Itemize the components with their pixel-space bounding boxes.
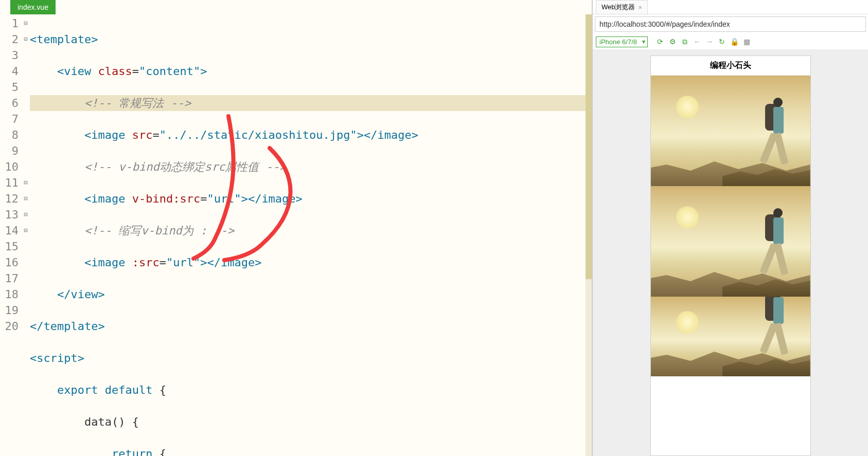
code-token: src bbox=[125, 129, 152, 141]
refresh-icon[interactable]: ↻ bbox=[717, 37, 727, 47]
line-number: 8 bbox=[0, 127, 21, 143]
line-number: 20 bbox=[0, 318, 21, 334]
code-token: { bbox=[152, 447, 166, 456]
preview-image bbox=[651, 186, 810, 297]
code-token: "url" bbox=[166, 256, 200, 269]
code-token: <image bbox=[84, 129, 125, 141]
fold-marker-icon[interactable]: ⊟ bbox=[23, 15, 29, 31]
code-token: <image bbox=[84, 256, 125, 269]
editor-tab-active[interactable]: index.vue bbox=[10, 0, 56, 14]
back-icon[interactable]: ← bbox=[692, 37, 702, 47]
fold-marker-icon[interactable]: ⊟ bbox=[23, 175, 29, 191]
code-token: ></image> bbox=[241, 192, 303, 205]
fold-marker-icon[interactable]: ⊟ bbox=[23, 31, 29, 47]
code-token: <view bbox=[57, 65, 91, 78]
line-number: 12 bbox=[0, 191, 21, 207]
line-number: 13 bbox=[0, 207, 21, 223]
line-gutter: 1 2 3 4 5 6 7 8 9 10 11 12 13 14 15 16 1… bbox=[0, 14, 23, 456]
code-token: <image bbox=[84, 192, 125, 205]
lock-icon[interactable]: 🔒 bbox=[729, 37, 739, 47]
code-token: v-bind:src bbox=[125, 192, 200, 205]
code-token: <script> bbox=[30, 352, 84, 364]
close-icon[interactable]: × bbox=[639, 4, 643, 11]
line-number: 18 bbox=[0, 286, 21, 302]
code-token: "../../static/xiaoshitou.jpg" bbox=[160, 129, 357, 141]
code-token: </view> bbox=[57, 288, 105, 301]
line-number: 16 bbox=[0, 254, 21, 270]
line-number: 5 bbox=[0, 79, 21, 95]
preview-tab-label: Web浏览器 bbox=[601, 3, 635, 12]
preview-image bbox=[651, 76, 810, 186]
editor-pane: index.vue 1 2 3 4 5 6 7 8 9 10 11 12 13 … bbox=[0, 0, 592, 456]
code-token: > bbox=[200, 65, 207, 78]
code-token: export bbox=[57, 384, 98, 396]
fold-column: ⊟ ⊟ ⊟ ⊟ ⊟ ⊟ bbox=[23, 14, 29, 456]
code-token: </template> bbox=[30, 320, 105, 333]
code-token: = bbox=[132, 65, 139, 78]
code-token: { bbox=[125, 415, 139, 428]
line-number: 9 bbox=[0, 143, 21, 159]
code-token: <!-- 缩写v-bind为 : --> bbox=[84, 224, 234, 237]
preview-tab[interactable]: Web浏览器 × bbox=[596, 0, 648, 14]
code-token: ></image> bbox=[200, 256, 261, 269]
code-token: = bbox=[152, 129, 159, 141]
line-number: 19 bbox=[0, 302, 21, 318]
code-token: <!-- 常规写法 --> bbox=[84, 97, 191, 110]
code-token: = bbox=[200, 192, 207, 205]
scrollbar-thumb[interactable] bbox=[586, 14, 592, 279]
code-token: return bbox=[112, 447, 152, 456]
preview-toolbar: iPhone 6/7/8 ⟳ ⚙ ⧉ ← → ↻ 🔒 ▦ bbox=[593, 34, 868, 49]
editor-tab-bar: index.vue bbox=[0, 0, 592, 14]
line-number: 1 bbox=[0, 15, 21, 31]
device-frame: 编程小石头 bbox=[650, 56, 811, 456]
line-number: 4 bbox=[0, 63, 21, 79]
preview-viewport: 编程小石头 bbox=[593, 49, 868, 456]
line-number: 15 bbox=[0, 239, 21, 254]
settings-icon[interactable]: ⚙ bbox=[667, 37, 678, 47]
line-number: 10 bbox=[0, 159, 21, 175]
code-editor[interactable]: 1 2 3 4 5 6 7 8 9 10 11 12 13 14 15 16 1… bbox=[0, 14, 592, 456]
code-token: "content" bbox=[139, 65, 200, 78]
preview-tab-bar: Web浏览器 × bbox=[593, 0, 868, 14]
popout-icon[interactable]: ⧉ bbox=[680, 37, 690, 47]
code-token: ></image> bbox=[357, 129, 418, 141]
qr-icon[interactable]: ▦ bbox=[741, 37, 752, 47]
line-number: 3 bbox=[0, 47, 21, 63]
code-token: class bbox=[91, 65, 132, 78]
code-token: "url" bbox=[207, 192, 241, 205]
code-token: default bbox=[98, 384, 152, 396]
code-token: data() bbox=[84, 415, 125, 428]
preview-image bbox=[651, 297, 810, 376]
code-token: <template> bbox=[30, 33, 98, 46]
preview-pane: Web浏览器 × iPhone 6/7/8 ⟳ ⚙ ⧉ ← → ↻ 🔒 ▦ 编程… bbox=[592, 0, 868, 456]
fold-marker-icon[interactable]: ⊟ bbox=[23, 207, 29, 223]
line-number: 2 bbox=[0, 31, 21, 47]
code-token: :src bbox=[125, 256, 159, 269]
code-token: { bbox=[152, 384, 166, 396]
line-number: 7 bbox=[0, 111, 21, 127]
line-number: 6 bbox=[0, 95, 21, 111]
page-title: 编程小石头 bbox=[651, 56, 810, 76]
code-token: <!-- v-bind动态绑定src属性值 --> bbox=[84, 160, 286, 173]
url-input[interactable] bbox=[595, 16, 866, 32]
fold-marker-icon[interactable]: ⊟ bbox=[23, 223, 29, 239]
fold-marker-icon[interactable]: ⊟ bbox=[23, 191, 29, 207]
forward-icon[interactable]: → bbox=[704, 37, 715, 47]
code-content[interactable]: <template> <view class="content"> <!-- 常… bbox=[29, 14, 592, 456]
device-content[interactable] bbox=[651, 76, 810, 455]
device-select[interactable]: iPhone 6/7/8 bbox=[596, 37, 648, 47]
line-number: 11 bbox=[0, 175, 21, 191]
line-number: 17 bbox=[0, 270, 21, 286]
line-number: 14 bbox=[0, 223, 21, 239]
rotate-icon[interactable]: ⟳ bbox=[655, 37, 665, 47]
editor-scrollbar[interactable] bbox=[586, 14, 592, 456]
code-token: = bbox=[160, 256, 166, 269]
